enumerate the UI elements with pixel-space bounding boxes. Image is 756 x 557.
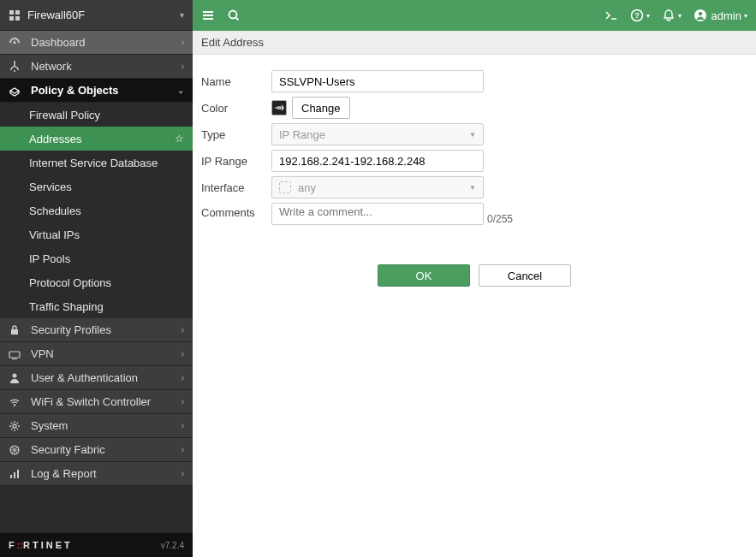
sidebar-sub-traffic-shaping[interactable]: Traffic Shaping <box>0 294 193 318</box>
name-label: Name <box>201 75 271 88</box>
sidebar-sub-protocol-options[interactable]: Protocol Options <box>0 270 193 294</box>
svg-rect-2 <box>9 16 14 21</box>
svg-point-8 <box>13 373 17 377</box>
chevron-right-icon: › <box>182 397 184 406</box>
network-icon <box>9 61 24 73</box>
sidebar-item-log-report[interactable]: Log & Report › <box>0 462 193 486</box>
sidebar-sub-isdb[interactable]: Internet Service Database <box>0 151 193 175</box>
chevron-right-icon: › <box>182 349 184 358</box>
sidebar-sub-addresses[interactable]: Addresses☆ <box>0 127 193 151</box>
sidebar-sub-ip-pools[interactable]: IP Pools <box>0 246 193 270</box>
svg-point-10 <box>13 424 16 428</box>
form-content: Name Color Change Type IP Range ▼ IP Ran… <box>193 55 756 302</box>
svg-point-19 <box>698 12 701 15</box>
svg-rect-5 <box>11 329 18 335</box>
svg-rect-7 <box>12 358 17 359</box>
sidebar-item-dashboard[interactable]: Dashboard › <box>0 31 193 55</box>
star-icon: ☆ <box>175 133 184 145</box>
chevron-right-icon: › <box>182 469 184 478</box>
svg-point-9 <box>14 405 15 406</box>
iprange-label: IP Range <box>201 155 271 168</box>
sidebar-footer: F::RTINET v7.2.4 <box>0 533 193 557</box>
admin-menu[interactable]: admin ▾ <box>693 9 747 22</box>
chevron-down-icon: ⌄ <box>177 86 184 95</box>
svg-rect-14 <box>17 470 19 478</box>
sidebar-item-security-profiles[interactable]: Security Profiles › <box>0 318 193 342</box>
comments-counter: 0/255 <box>487 213 513 225</box>
cancel-button[interactable]: Cancel <box>479 264 571 287</box>
sidebar-item-system[interactable]: System › <box>0 414 193 438</box>
notifications-icon[interactable]: ▾ <box>662 9 682 22</box>
ok-button[interactable]: OK <box>378 264 470 287</box>
svg-rect-12 <box>10 475 12 478</box>
brand-logo: F::RTINET <box>9 540 73 550</box>
caret-down-icon: ▾ <box>744 12 747 20</box>
name-input[interactable] <box>271 70 484 92</box>
comments-label: Comments <box>201 203 271 219</box>
gear-icon <box>9 420 24 432</box>
cli-icon[interactable] <box>604 9 618 22</box>
caret-down-icon: ▼ <box>469 184 476 192</box>
policy-icon <box>9 85 24 97</box>
wifi-icon <box>9 396 24 408</box>
svg-rect-13 <box>14 472 15 478</box>
color-label: Color <box>201 102 271 115</box>
any-icon <box>279 181 291 193</box>
sidebar-item-policy-objects[interactable]: Policy & Objects ⌄ <box>0 79 193 103</box>
dashboard-icon <box>9 37 24 49</box>
main-area: ? ▾ ▾ admin ▾ Edit Address Name <box>193 0 756 557</box>
search-icon[interactable] <box>227 9 241 22</box>
device-name: Firewall60F <box>27 9 180 21</box>
fabric-icon <box>9 444 24 456</box>
chevron-right-icon: › <box>182 325 184 335</box>
interface-select[interactable]: any ▼ <box>271 176 484 199</box>
svg-rect-3 <box>15 16 20 21</box>
type-label: Type <box>201 128 271 141</box>
sidebar-sub-schedules[interactable]: Schedules <box>0 199 193 222</box>
sidebar-item-user-auth[interactable]: User & Authentication › <box>0 366 193 390</box>
admin-user-label: admin <box>711 9 741 22</box>
caret-down-icon: ▾ <box>678 12 682 20</box>
device-selector[interactable]: Firewall60F ▾ <box>0 0 193 31</box>
svg-text:?: ? <box>634 11 640 20</box>
chevron-right-icon: › <box>182 62 184 71</box>
sidebar-item-security-fabric[interactable]: Security Fabric › <box>0 438 193 462</box>
chevron-right-icon: › <box>182 445 184 454</box>
sidebar-item-network[interactable]: Network › <box>0 55 193 79</box>
report-icon <box>9 468 24 480</box>
svg-point-15 <box>229 11 237 19</box>
chevron-right-icon: › <box>182 38 184 47</box>
sidebar-sub-services[interactable]: Services <box>0 175 193 199</box>
sidebar-item-vpn[interactable]: VPN › <box>0 342 193 366</box>
chevron-right-icon: › <box>182 373 184 382</box>
caret-down-icon: ▾ <box>180 10 184 20</box>
sidebar: Firewall60F ▾ Dashboard › Network › Poli… <box>0 0 193 557</box>
sidebar-item-wifi[interactable]: WiFi & Switch Controller › <box>0 390 193 414</box>
device-icon <box>9 9 21 21</box>
svg-rect-0 <box>9 10 14 15</box>
lock-icon <box>9 324 24 336</box>
caret-down-icon: ▼ <box>469 131 476 139</box>
sidebar-sub-virtual-ips[interactable]: Virtual IPs <box>0 222 193 246</box>
vpn-icon <box>9 348 24 360</box>
type-select[interactable]: IP Range ▼ <box>271 123 484 145</box>
user-icon <box>9 372 24 384</box>
menu-icon[interactable] <box>201 9 215 22</box>
svg-rect-6 <box>9 352 20 358</box>
version-label: v7.2.4 <box>161 541 184 550</box>
change-color-button[interactable]: Change <box>292 97 350 119</box>
iprange-input[interactable] <box>271 150 484 172</box>
sidebar-sub-firewall-policy[interactable]: Firewall Policy <box>0 103 193 127</box>
chevron-right-icon: › <box>182 421 184 430</box>
page-title: Edit Address <box>193 31 756 55</box>
help-icon[interactable]: ? ▾ <box>630 9 650 22</box>
topbar: ? ▾ ▾ admin ▾ <box>193 0 756 31</box>
caret-down-icon: ▾ <box>646 12 650 20</box>
color-swatch <box>271 100 287 116</box>
comments-input[interactable] <box>271 203 484 225</box>
interface-label: Interface <box>201 181 271 194</box>
svg-rect-1 <box>15 10 20 15</box>
svg-point-4 <box>14 61 15 62</box>
